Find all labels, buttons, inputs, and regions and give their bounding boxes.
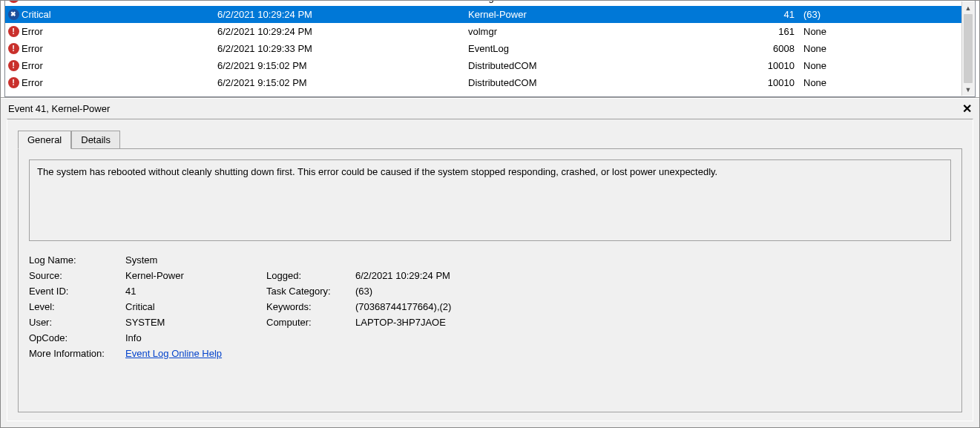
error-icon <box>7 1 20 3</box>
event-level: Error <box>20 1 217 6</box>
event-id: 41 <box>744 6 799 23</box>
event-date: 6/2/2021 9:15:02 PM <box>217 74 468 91</box>
details-tabs: General Details <box>18 130 973 148</box>
event-level: Error <box>20 40 217 57</box>
event-category: None <box>799 74 962 91</box>
event-date: 6/2/2021 10:29:33 PM <box>217 40 468 57</box>
event-source: EventLog <box>468 40 744 57</box>
event-category: None <box>799 1 962 6</box>
label-computer: Computer: <box>266 317 355 328</box>
event-source: Kernel-Power <box>468 6 744 23</box>
event-source: DistributedCOM <box>468 57 744 74</box>
event-row[interactable]: Error6/2/2021 10:12:36 PMvolmgr161None <box>5 1 962 6</box>
value-event-id: 41 <box>125 286 266 297</box>
event-category: (63) <box>799 6 962 23</box>
event-category: None <box>799 23 962 40</box>
label-task-category: Task Category: <box>266 286 355 297</box>
event-description[interactable]: The system has rebooted without cleanly … <box>29 159 951 241</box>
event-viewer-window: Error6/2/2021 10:12:36 PMvolmgr161NoneCr… <box>0 0 980 428</box>
event-id: 6008 <box>744 40 799 57</box>
error-icon <box>7 77 20 88</box>
event-id: 10010 <box>744 74 799 91</box>
value-level: Critical <box>125 301 266 312</box>
event-details-pane: Event 41, Kernel-Power ✕ General Details… <box>1 98 979 427</box>
label-opcode: OpCode: <box>29 332 125 343</box>
label-source: Source: <box>29 270 125 281</box>
event-id: 10010 <box>744 57 799 74</box>
details-title: Event 41, Kernel-Power <box>8 103 110 114</box>
event-level: Error <box>20 23 217 40</box>
event-source: DistributedCOM <box>468 74 744 91</box>
event-id: 161 <box>744 23 799 40</box>
event-row[interactable]: Error6/2/2021 10:29:33 PMEventLog6008Non… <box>5 40 962 57</box>
scroll-up-arrow[interactable]: ▲ <box>962 1 974 14</box>
label-level: Level: <box>29 301 125 312</box>
tab-general[interactable]: General <box>18 131 71 149</box>
event-properties: Log Name: System Source: Kernel-Power Lo… <box>29 254 951 359</box>
label-event-id: Event ID: <box>29 286 125 297</box>
event-row[interactable]: Error6/2/2021 9:15:02 PMDistributedCOM10… <box>5 57 962 74</box>
tab-details[interactable]: Details <box>71 131 120 149</box>
close-icon[interactable]: ✕ <box>962 102 972 116</box>
event-source: volmgr <box>468 1 744 6</box>
event-list[interactable]: Error6/2/2021 10:12:36 PMvolmgr161NoneCr… <box>4 1 976 97</box>
scroll-down-arrow[interactable]: ▼ <box>962 83 974 96</box>
event-id: 161 <box>744 1 799 6</box>
tab-general-content: The system has rebooted without cleanly … <box>18 148 962 412</box>
error-icon <box>7 60 20 71</box>
event-category: None <box>799 40 962 57</box>
value-user: SYSTEM <box>125 317 266 328</box>
event-date: 6/2/2021 10:12:36 PM <box>217 1 468 6</box>
value-task-category: (63) <box>355 286 951 297</box>
event-level: Error <box>20 74 217 91</box>
value-opcode: Info <box>125 332 951 343</box>
details-header: Event 41, Kernel-Power ✕ <box>1 99 979 119</box>
event-row[interactable]: Error6/2/2021 9:15:02 PMDistributedCOM10… <box>5 74 962 91</box>
event-category: None <box>799 57 962 74</box>
event-level: Error <box>20 57 217 74</box>
label-user: User: <box>29 317 125 328</box>
value-logged: 6/2/2021 10:29:24 PM <box>355 270 951 281</box>
error-icon <box>7 26 20 37</box>
label-logged: Logged: <box>266 270 355 281</box>
event-date: 6/2/2021 10:29:24 PM <box>217 6 468 23</box>
scroll-thumb[interactable] <box>964 14 973 83</box>
event-level: Critical <box>20 6 217 23</box>
event-list-scrollbar[interactable]: ▲ ▼ <box>961 1 974 96</box>
value-log-name: System <box>125 254 951 266</box>
label-keywords: Keywords: <box>266 301 355 312</box>
value-computer: LAPTOP-3HP7JAOE <box>355 317 951 328</box>
event-row[interactable]: Error6/2/2021 10:29:24 PMvolmgr161None <box>5 23 962 40</box>
event-source: volmgr <box>468 23 744 40</box>
event-log-online-help-link[interactable]: Event Log Online Help <box>125 348 222 359</box>
error-icon <box>7 43 20 54</box>
event-list-panel: Error6/2/2021 10:12:36 PMvolmgr161NoneCr… <box>1 1 979 98</box>
event-date: 6/2/2021 10:29:24 PM <box>217 23 468 40</box>
label-more-info: More Information: <box>29 348 125 359</box>
event-date: 6/2/2021 9:15:02 PM <box>217 57 468 74</box>
value-keywords: (70368744177664),(2) <box>355 301 951 312</box>
event-row[interactable]: Critical6/2/2021 10:29:24 PMKernel-Power… <box>5 6 962 23</box>
critical-icon <box>7 9 20 20</box>
details-body: General Details The system has rebooted … <box>7 119 973 421</box>
label-log-name: Log Name: <box>29 254 125 266</box>
value-source: Kernel-Power <box>125 270 266 281</box>
